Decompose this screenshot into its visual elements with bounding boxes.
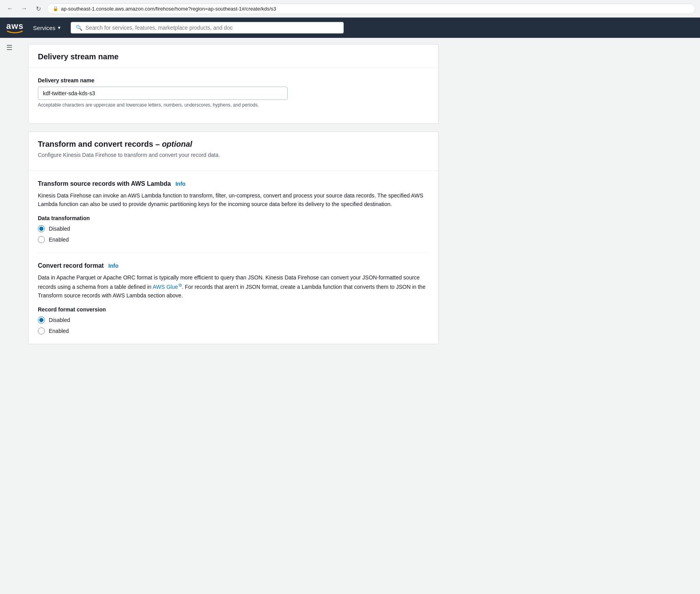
back-button[interactable]: ← (5, 3, 16, 14)
data-transformation-radio-group: Disabled Enabled (38, 225, 429, 243)
convert-enabled-label: Enabled (49, 328, 69, 334)
convert-heading-row: Convert record format Info (38, 262, 429, 269)
delivery-stream-name-card: Delivery stream name Delivery stream nam… (28, 44, 439, 124)
delivery-stream-card-body: Delivery stream name Acceptable characte… (28, 68, 438, 123)
lambda-heading-row: Transform source records with AWS Lambda… (38, 180, 429, 187)
url-text: ap-southeast-1.console.aws.amazon.com/fi… (61, 6, 276, 12)
transform-card-header: Transform and convert records – optional… (28, 132, 438, 171)
hamburger-icon: ☰ (6, 44, 12, 52)
convert-disabled-radio[interactable] (38, 317, 45, 324)
aws-smile-icon (7, 30, 23, 34)
main-content: Delivery stream name Delivery stream nam… (19, 38, 448, 358)
lambda-description: Kinesis Data Firehose can invoke an AWS … (38, 191, 429, 209)
delivery-stream-name-input[interactable] (38, 87, 288, 100)
transform-enabled-option[interactable]: Enabled (38, 236, 429, 243)
lambda-section-title: Transform source records with AWS Lambda (38, 180, 171, 187)
lock-icon: 🔒 (53, 6, 59, 11)
delivery-stream-card-header: Delivery stream name (28, 44, 438, 68)
transform-disabled-radio[interactable] (38, 225, 45, 232)
transform-enabled-radio[interactable] (38, 236, 45, 243)
data-transformation-label: Data transformation (38, 215, 429, 221)
convert-disabled-label: Disabled (49, 317, 70, 323)
lambda-info-link[interactable]: Info (176, 181, 186, 187)
transform-disabled-label: Disabled (49, 226, 70, 232)
search-input[interactable] (85, 25, 339, 31)
convert-enabled-option[interactable]: Enabled (38, 327, 429, 334)
transform-disabled-option[interactable]: Disabled (38, 225, 429, 232)
search-icon: 🔍 (76, 25, 82, 31)
transform-card-body: Transform source records with AWS Lambda… (28, 171, 438, 344)
transform-card-subtitle: Configure Kinesis Data Firehose to trans… (38, 152, 429, 158)
external-link-icon: ⧉ (179, 283, 182, 287)
chevron-down-icon: ▼ (57, 25, 61, 30)
record-format-conversion-label: Record format conversion (38, 306, 429, 313)
optional-label: optional (162, 140, 192, 148)
sidebar-toggle[interactable]: ☰ (0, 38, 19, 358)
convert-disabled-option[interactable]: Disabled (38, 317, 429, 324)
transform-enabled-label: Enabled (49, 237, 69, 243)
transform-convert-card: Transform and convert records – optional… (28, 132, 439, 344)
convert-enabled-radio[interactable] (38, 327, 45, 334)
convert-description: Data in Apache Parquet or Apache ORC for… (38, 273, 429, 300)
record-format-conversion-radio-group: Disabled Enabled (38, 317, 429, 334)
refresh-button[interactable]: ↻ (33, 3, 44, 14)
aws-logo[interactable]: aws (6, 22, 24, 34)
forward-button[interactable]: → (19, 3, 30, 14)
transform-card-title: Transform and convert records – optional (38, 140, 429, 149)
page-layout: ☰ Delivery stream name Delivery stream n… (0, 38, 700, 358)
services-label: Services (33, 25, 56, 31)
convert-record-section: Convert record format Info Data in Apach… (38, 253, 429, 334)
convert-section-title: Convert record format (38, 262, 104, 269)
delivery-stream-name-hint: Acceptable characters are uppercase and … (38, 102, 429, 108)
delivery-stream-card-title: Delivery stream name (38, 52, 429, 61)
delivery-stream-name-label: Delivery stream name (38, 77, 429, 84)
delivery-stream-name-field: Delivery stream name Acceptable characte… (38, 77, 429, 108)
search-bar[interactable]: 🔍 (71, 22, 344, 34)
browser-chrome: ← → ↻ 🔒 ap-southeast-1.console.aws.amazo… (0, 0, 700, 18)
aws-logo-text: aws (6, 22, 24, 30)
lambda-section: Transform source records with AWS Lambda… (38, 180, 429, 243)
aws-glue-link[interactable]: AWS Glue⧉ (153, 284, 182, 290)
services-button[interactable]: Services ▼ (30, 22, 64, 34)
convert-info-link[interactable]: Info (108, 263, 119, 269)
address-bar[interactable]: 🔒 ap-southeast-1.console.aws.amazon.com/… (47, 4, 695, 14)
aws-topnav: aws Services ▼ 🔍 (0, 18, 700, 38)
